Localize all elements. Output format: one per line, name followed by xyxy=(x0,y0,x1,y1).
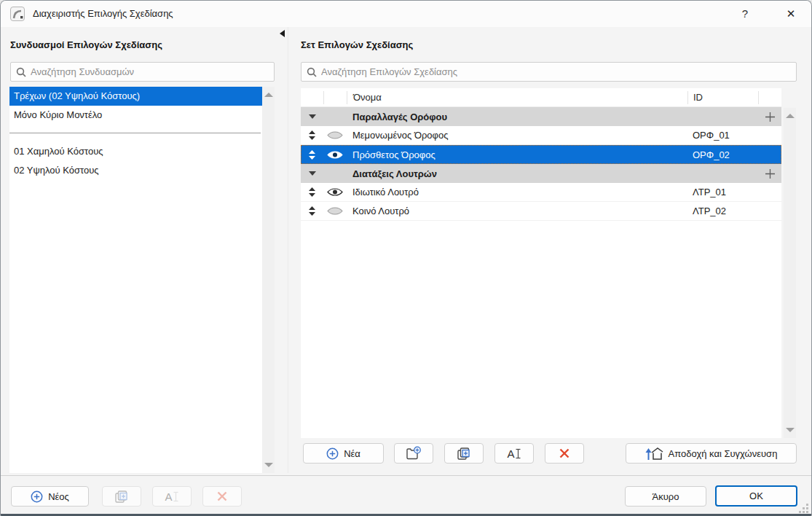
add-option-icon[interactable] xyxy=(765,168,776,179)
ok-button[interactable]: OK xyxy=(715,485,797,507)
cancel-label: Άκυρο xyxy=(653,491,679,502)
panel-divider xyxy=(288,27,288,473)
group-row[interactable]: Παραλλαγές Ορόφου xyxy=(301,107,781,126)
combinations-scrollbar[interactable] xyxy=(262,87,275,473)
scroll-up-icon[interactable] xyxy=(786,114,795,118)
accept-merge-button[interactable]: Αποδοχή και Συγχώνευση xyxy=(626,443,797,464)
visibility-off-icon[interactable] xyxy=(327,130,343,140)
window-title: Διαχειριστής Επιλογής Σχεδίασης xyxy=(33,8,173,19)
add-option-icon[interactable] xyxy=(765,112,776,122)
combinations-search[interactable] xyxy=(10,62,275,82)
new-combination-label: Νέος xyxy=(48,491,69,502)
collapse-left-panel-icon[interactable] xyxy=(280,30,285,37)
group-row[interactable]: Διατάξεις Λουτρών xyxy=(301,164,781,183)
option-row-selected[interactable]: Πρόσθετος Όροφος ΟΡΦ_02 xyxy=(301,145,781,164)
design-option-manager-dialog: Διαχειριστής Επιλογής Σχεδίασης ? ✕ Συνδ… xyxy=(0,0,812,516)
merge-into-model-icon xyxy=(645,446,663,461)
resize-grip[interactable] xyxy=(798,503,808,513)
add-circle-icon xyxy=(31,490,43,503)
option-row[interactable]: Ιδιωτικό Λουτρό ΛΤΡ_01 xyxy=(301,183,781,202)
scroll-up-icon[interactable] xyxy=(264,93,273,97)
new-folder-icon xyxy=(406,446,422,461)
visibility-on-icon[interactable] xyxy=(327,150,343,160)
duplicate-combination-button xyxy=(102,486,141,507)
rename-icon: A xyxy=(507,448,521,459)
options-table: Όνομα ID Παραλλαγές Ορόφου xyxy=(301,88,781,438)
list-item[interactable]: Μόνο Κύριο Μοντέλο xyxy=(9,106,262,125)
combinations-panel-title: Συνδυασμοί Επιλογών Σχεδίασης xyxy=(10,39,162,50)
option-row[interactable]: Κοινό Λουτρό ΛΤΡ_02 xyxy=(301,202,781,221)
ok-label: OK xyxy=(749,490,763,501)
combinations-search-input[interactable] xyxy=(31,66,274,77)
collapse-group-icon[interactable] xyxy=(309,171,316,176)
option-name: Ιδιωτικό Λουτρό xyxy=(347,187,687,198)
group-label: Διατάξεις Λουτρών xyxy=(347,168,687,179)
cancel-button[interactable]: Άκυρο xyxy=(625,486,706,507)
delete-x-icon xyxy=(216,490,228,502)
new-option-set-button[interactable] xyxy=(394,443,433,464)
group-label: Παραλλαγές Ορόφου xyxy=(347,112,687,122)
new-option-button[interactable]: Νέα xyxy=(303,443,384,464)
option-row[interactable]: Μεμονωμένος Όροφος ΟΡΦ_01 xyxy=(301,126,781,145)
list-item[interactable]: Τρέχων (02 Υψηλού Κόστους) xyxy=(9,87,262,106)
column-id: ID xyxy=(687,91,758,104)
option-name: Κοινό Λουτρό xyxy=(347,206,687,216)
app-icon xyxy=(10,7,25,21)
reorder-handle-icon[interactable] xyxy=(309,187,315,197)
options-search[interactable] xyxy=(301,62,797,82)
duplicate-icon xyxy=(114,490,129,504)
delete-x-icon xyxy=(559,447,570,459)
scroll-down-icon[interactable] xyxy=(786,428,795,432)
options-search-input[interactable] xyxy=(321,66,796,77)
list-separator xyxy=(9,133,261,133)
table-header: Όνομα ID xyxy=(301,88,781,107)
option-name: Μεμονωμένος Όροφος xyxy=(347,130,687,141)
delete-combination-button xyxy=(202,486,242,507)
visibility-on-icon[interactable] xyxy=(327,187,343,197)
option-sets-panel-title: Σετ Επιλογών Σχεδίασης xyxy=(301,39,413,50)
reorder-handle-icon[interactable] xyxy=(309,150,315,160)
visibility-off-icon[interactable] xyxy=(327,206,343,216)
option-id: ΛΤΡ_01 xyxy=(687,187,758,198)
rename-combination-button: A xyxy=(152,486,192,507)
list-item[interactable]: 02 Υψηλού Κόστους xyxy=(9,161,262,180)
option-id: ΟΡΦ_02 xyxy=(687,149,758,160)
search-icon xyxy=(307,67,317,77)
footer-separator xyxy=(1,475,812,476)
search-icon xyxy=(16,67,26,77)
new-option-label: Νέα xyxy=(344,448,360,459)
collapse-group-icon[interactable] xyxy=(309,114,316,119)
option-name: Πρόσθετος Όροφος xyxy=(347,149,687,160)
column-name: Όνομα xyxy=(347,91,687,104)
add-circle-icon xyxy=(326,447,339,460)
delete-option-button[interactable] xyxy=(545,443,584,464)
scroll-down-icon[interactable] xyxy=(264,463,273,467)
reorder-handle-icon[interactable] xyxy=(309,206,315,216)
new-combination-button[interactable]: Νέος xyxy=(11,486,89,507)
options-scrollbar[interactable] xyxy=(784,108,796,438)
duplicate-option-button[interactable] xyxy=(444,443,484,464)
reorder-handle-icon[interactable] xyxy=(309,130,315,140)
duplicate-icon xyxy=(457,447,471,461)
accept-merge-label: Αποδοχή και Συγχώνευση xyxy=(669,448,778,459)
combinations-list: Τρέχων (02 Υψηλού Κόστους) Μόνο Κύριο Μο… xyxy=(9,87,262,473)
help-button[interactable]: ? xyxy=(735,5,755,23)
rename-option-button[interactable]: A xyxy=(494,443,534,464)
close-icon[interactable]: ✕ xyxy=(779,4,803,24)
list-item[interactable]: 01 Χαμηλού Κόστους xyxy=(9,142,262,161)
title-bar: Διαχειριστής Επιλογής Σχεδίασης ? ✕ xyxy=(1,1,811,27)
rename-icon: A xyxy=(165,491,178,502)
option-id: ΟΡΦ_01 xyxy=(687,130,758,141)
option-id: ΛΤΡ_02 xyxy=(687,206,758,216)
